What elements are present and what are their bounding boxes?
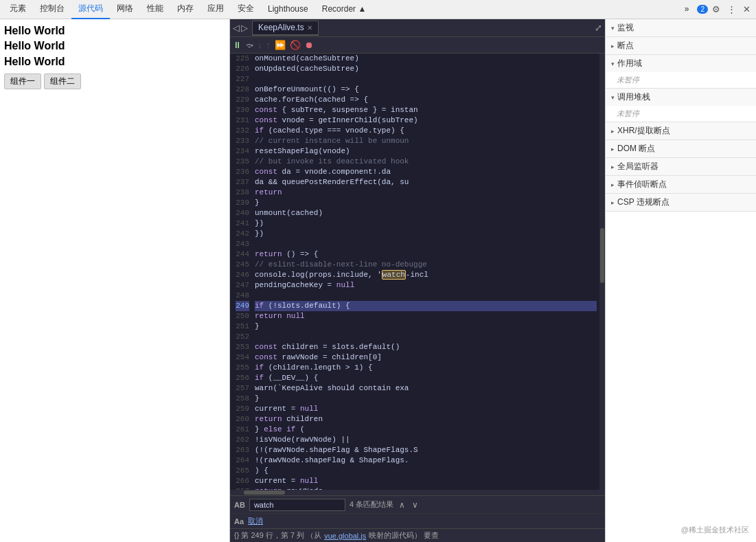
nav-tab-network[interactable]: 网络: [110, 0, 140, 19]
code-line-232: if (cached.type === vnode.type) {: [255, 126, 597, 136]
case-sensitive-toggle[interactable]: AB: [234, 501, 245, 509]
section-label-dom: DOM 断点: [617, 143, 655, 155]
hello-world-line-3: Hello World: [4, 54, 225, 69]
code-line-251: }: [255, 321, 597, 332]
component-two-button[interactable]: 组件二: [44, 74, 81, 89]
webpage-preview: Hello World Hello World Hello World 组件一 …: [0, 19, 229, 542]
record-icon[interactable]: ⏺: [305, 40, 314, 50]
nav-tab-elements[interactable]: 元素: [3, 0, 33, 19]
search-bar: AB 4 条匹配结果 ∧ ∨: [230, 495, 605, 513]
panel-content-diaoyon: 未暂停: [606, 106, 756, 122]
file-nav-back-icon[interactable]: ◁: [233, 23, 240, 33]
horizontal-scrollbar[interactable]: [230, 490, 605, 495]
code-line-252: [255, 332, 597, 342]
code-line-264: !(rawVNode.shapeFlag & ShapeFlags.: [255, 455, 597, 466]
continue-icon[interactable]: ⏩: [275, 40, 286, 50]
code-line-242: }): [255, 229, 597, 239]
panel-section-zuoyongyu: ▾作用域未暂停: [606, 55, 756, 89]
more-panels-icon[interactable]: »: [678, 0, 696, 19]
nav-tab-memory[interactable]: 内存: [170, 0, 201, 19]
settings-icon[interactable]: ⚙: [709, 3, 723, 16]
step-out-icon[interactable]: ↑: [266, 40, 271, 50]
code-lines[interactable]: onMounted(cacheSubtree) onUpdated(cacheS…: [255, 54, 599, 490]
panel-header-dom[interactable]: ▸DOM 断点: [606, 140, 756, 157]
code-line-236: const da = vnode.component!.da: [255, 167, 597, 177]
code-line-234: resetShapeFlag(vnode): [255, 146, 597, 157]
file-nav-forward-icon[interactable]: ▷: [241, 23, 248, 33]
code-line-227: [255, 74, 597, 84]
code-line-267: return rawVNode: [255, 486, 597, 490]
debug-toolbar: ⏸ ⤼ ↓ ↑ ⏩ 🚫 ⏺: [230, 37, 605, 54]
code-line-257: warn(`KeepAlive should contain exa: [255, 383, 597, 394]
file-tab-keepalive[interactable]: KeepAlive.ts ✕: [252, 21, 319, 36]
file-tab-close-icon[interactable]: ✕: [307, 24, 312, 32]
section-label-csp: CSP 违规断点: [617, 196, 669, 208]
pause-resume-icon[interactable]: ⏸: [233, 40, 242, 50]
nav-tab-performance[interactable]: 性能: [140, 0, 170, 19]
panel-header-duandian[interactable]: ▸断点: [606, 37, 756, 54]
panel-header-diaoyon[interactable]: ▾调用堆栈: [606, 89, 756, 106]
code-line-261: } else if (: [255, 425, 597, 435]
panel-section-duandian: ▸断点: [606, 37, 756, 55]
panel-header-xhr[interactable]: ▸XHR/提取断点: [606, 122, 756, 139]
component-one-button[interactable]: 组件一: [4, 74, 41, 89]
notifications-badge[interactable]: 2: [697, 5, 708, 14]
nav-tab-lighthouse[interactable]: Lighthouse: [261, 0, 315, 19]
devtools-nav: 元素 控制台 源代码 网络 性能 内存 应用 安全 Lighthouse Rec…: [0, 0, 756, 19]
close-devtools-icon[interactable]: ✕: [740, 3, 753, 16]
left-panel: Hello World Hello World Hello World 组件一 …: [0, 19, 230, 542]
code-line-239: }: [255, 198, 597, 208]
code-line-244: return () => {: [255, 249, 597, 260]
arrow-icon-duandian: ▸: [611, 43, 615, 49]
scrollbar-thumb[interactable]: [600, 228, 604, 283]
code-line-249: if (!slots.default) {: [255, 301, 597, 311]
source-map-link[interactable]: vue.global.js: [324, 532, 366, 540]
nav-tab-application[interactable]: 应用: [201, 0, 231, 19]
panel-header-jianshi[interactable]: ▾监视: [606, 19, 756, 36]
search-next-icon[interactable]: ∨: [411, 500, 420, 510]
watermark: @稀土掘金技术社区: [681, 525, 749, 535]
section-label-zuoyongyu: 作用域: [617, 58, 642, 69]
match-case-icon[interactable]: Aa: [234, 517, 244, 526]
step-into-icon[interactable]: ↓: [257, 40, 262, 50]
arrow-icon-zuoyongyu: ▾: [611, 60, 615, 67]
horizontal-scrollbar-thumb[interactable]: [244, 490, 285, 495]
code-line-243: [255, 239, 597, 249]
nav-tab-recorder[interactable]: Recorder ▲: [315, 0, 374, 19]
nav-tab-security[interactable]: 安全: [231, 0, 261, 19]
deactivate-breakpoints-icon[interactable]: 🚫: [290, 40, 301, 50]
code-line-265: ) {: [255, 466, 597, 476]
search-input[interactable]: [249, 499, 345, 511]
arrow-icon-csp: ▸: [611, 199, 615, 206]
section-label-xhr: XHR/提取断点: [617, 125, 670, 137]
panel-header-quanju[interactable]: ▸全局监听器: [606, 158, 756, 175]
code-line-237: da && queuePostRenderEffect(da, su: [255, 177, 597, 188]
panel-section-diaoyon: ▾调用堆栈未暂停: [606, 89, 756, 122]
step-over-icon[interactable]: ⤼: [246, 40, 253, 50]
arrow-icon-xhr: ▸: [611, 128, 615, 135]
arrow-icon-quanju: ▸: [611, 163, 615, 170]
code-scroll-area[interactable]: 2252262272282292302312322332342352362372…: [230, 54, 605, 490]
right-panel: ▾监视▸断点▾作用域未暂停▾调用堆栈未暂停▸XHR/提取断点▸DOM 断点▸全局…: [605, 19, 756, 542]
code-line-262: !isVNode(rawVNode) ||: [255, 435, 597, 445]
panel-header-csp[interactable]: ▸CSP 违规断点: [606, 194, 756, 211]
more-options-icon[interactable]: ⋮: [724, 3, 739, 16]
arrow-icon-jianshi: ▾: [611, 25, 615, 32]
cancel-search-link[interactable]: 取消: [248, 516, 263, 526]
section-label-duandian: 断点: [617, 40, 634, 52]
vertical-scrollbar[interactable]: [599, 54, 605, 490]
code-line-225: onMounted(cacheSubtree): [255, 54, 597, 64]
panel-section-xhr: ▸XHR/提取断点: [606, 122, 756, 140]
code-line-247: pendingCacheKey = null: [255, 280, 597, 291]
section-label-diaoyon: 调用堆栈: [617, 91, 650, 103]
search-prev-icon[interactable]: ∧: [398, 500, 406, 510]
section-label-quanju: 全局监听器: [617, 161, 658, 172]
code-editor: ◁ ▷ KeepAlive.ts ✕ ⤢ ⏸ ⤼ ↓ ↑ ⏩ 🚫 ⏺ 22522…: [230, 19, 605, 542]
code-line-254: const rawVNode = children[0]: [255, 352, 597, 363]
panel-header-shijian[interactable]: ▸事件侦听断点: [606, 176, 756, 193]
nav-tab-sources[interactable]: 源代码: [71, 0, 110, 19]
file-tab-name: KeepAlive.ts: [258, 23, 304, 32]
nav-tab-console[interactable]: 控制台: [33, 0, 71, 19]
panel-header-zuoyongyu[interactable]: ▾作用域: [606, 55, 756, 72]
expand-editor-icon[interactable]: ⤢: [595, 23, 602, 33]
